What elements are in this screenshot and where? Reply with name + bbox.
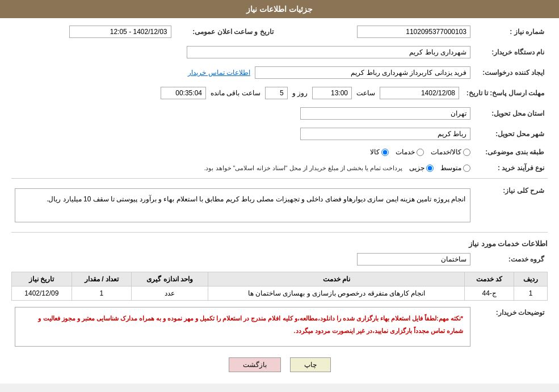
nooe-farayand-note: پرداخت تمام یا بخشی از مبلغ خریدار از مح… (204, 165, 402, 172)
ostan-input[interactable] (300, 107, 470, 120)
saaat-mande-input[interactable] (161, 87, 206, 99)
saaat-mande-label: ساعت باقی مانده (211, 89, 260, 97)
note-star: *نکته مهم: (436, 315, 463, 322)
note-label: توضیحات خریدار: (474, 305, 548, 348)
tarikh-saaat-input[interactable] (69, 26, 171, 38)
buttons-row: چاپ بازگشت (11, 357, 548, 372)
sharh-value: انجام پروژه تامین هزینه ایمن سازی دیواره… (15, 188, 470, 222)
shahr-input[interactable] (300, 128, 470, 140)
roz-input[interactable] (265, 87, 288, 99)
print-button[interactable]: چاپ (290, 357, 331, 372)
note-text: *نکته مهم:لطفاً فایل استعلام بهاء بارگزا… (15, 307, 470, 347)
col-tedad: تعداد / مقدار (72, 272, 132, 286)
radio-kala[interactable]: کالا (370, 148, 389, 156)
tarikh-saaat-label: تاریخ و ساعت اعلان عمومی: (175, 24, 277, 40)
radio-motavaset[interactable]: متوسط (440, 164, 470, 172)
services-table: ردیف کد خدمت نام خدمت واحد اندازه گیری ت… (11, 272, 548, 301)
ijad-konande-input[interactable] (255, 66, 470, 79)
col-radif: ردیف (514, 272, 548, 286)
khadamat-section-title: اطلاعات خدمات مورد نیاز (11, 239, 548, 248)
nam-dastgah-label: نام دستگاه خریدار: (474, 44, 548, 60)
col-vahed: واحد اندازه گیری (132, 272, 208, 286)
page-header: جزئیات اطلاعات نیاز (0, 0, 559, 18)
etelaat-tamas-link[interactable]: اطلاعات تماس خریدار (188, 69, 250, 77)
date-input[interactable] (380, 87, 459, 99)
time-input[interactable] (312, 87, 352, 99)
time-label: ساعت (356, 89, 375, 97)
grooh-khadamat-label: گروه خدمت: (474, 251, 548, 267)
radio-kala-khadamat[interactable]: کالا/خدمات (431, 148, 470, 156)
mohlat-ersal-label: مهلت ارسال پاسخ: تا تاریخ: (463, 85, 548, 101)
ijad-konande-label: ایجاد کننده درخواست: (474, 65, 548, 81)
back-button[interactable]: بازگشت (229, 357, 281, 372)
shomara-niaz-input[interactable] (357, 26, 470, 38)
roz-label: روز و (292, 89, 308, 97)
radio-jezii[interactable]: جزیی (409, 164, 434, 172)
nooe-farayand-label: نوع فرآیند خرید : (474, 162, 548, 174)
col-kod-khadamat: کد خدمت (465, 272, 514, 286)
col-tarikh: تاریخ نیاز (12, 272, 72, 286)
radio-khadamat[interactable]: خدمات (396, 148, 424, 156)
grooh-khadamat-input[interactable] (357, 253, 470, 265)
nam-dastgah-input[interactable] (187, 46, 470, 58)
shahr-label: شهر محل تحویل: (474, 126, 548, 142)
sharh-label: شرح کلی نیاز: (474, 183, 548, 227)
shomara-niaz-label: شماره نیاز : (474, 24, 548, 40)
ostan-label: استان محل تحویل: (474, 106, 548, 121)
tabaqe-bandi-label: طبقه بندی موضوعی: (474, 146, 548, 158)
note-body: لطفاً فایل استعلام بهاء بارگزاری شده را … (38, 315, 463, 334)
table-row: 1ج-44انجام کارهای متفرقه درخصوص بازسازی … (12, 286, 548, 301)
header-title: جزئیات اطلاعات نیاز (246, 5, 313, 14)
col-nam-khadamat: نام خدمت (208, 272, 465, 286)
